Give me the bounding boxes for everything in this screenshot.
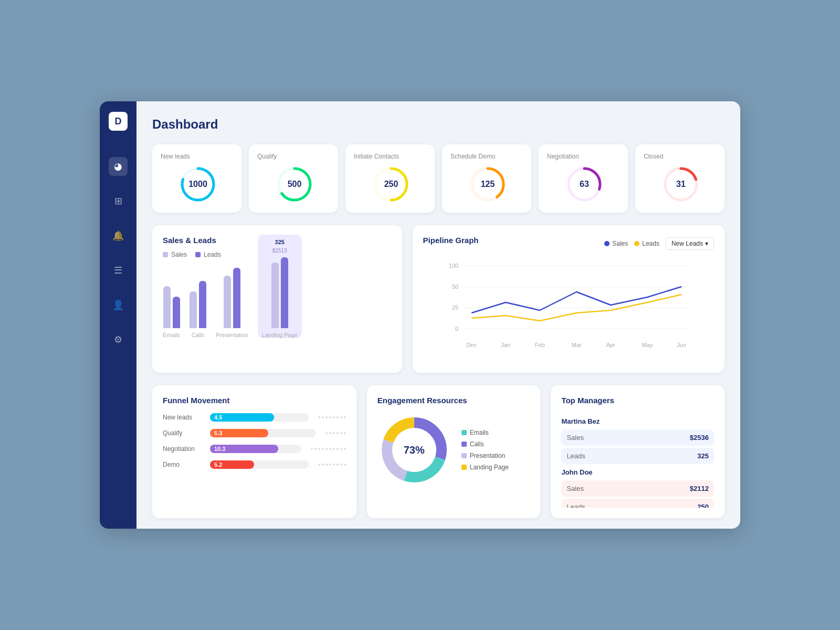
app-wrapper: D ◕ ⊞ 🔔 ☰ 👤 ⚙ Dashboard New leads 1000 Q…	[100, 101, 740, 529]
svg-text:May: May	[642, 342, 653, 348]
funnel-dot	[314, 448, 317, 450]
funnel-dots	[311, 448, 346, 450]
pie-chart-icon[interactable]: ◕	[109, 157, 128, 176]
funnel-dot	[344, 416, 346, 418]
funnel-bar-fill: 5.2	[210, 460, 254, 469]
pipeline-dropdown[interactable]: New Leads ▾	[666, 237, 714, 250]
funnel-dot	[337, 464, 339, 466]
metric-card: New leads 1000	[152, 144, 242, 213]
funnel-title: Funnel Movement	[163, 396, 346, 405]
funnel-dot	[333, 448, 335, 450]
metric-label: Schedule Demo	[450, 153, 495, 160]
funnel-dot	[311, 448, 313, 450]
funnel-dot	[326, 432, 328, 434]
settings-icon[interactable]: ⚙	[109, 330, 128, 349]
bottom-row: Funnel Movement New leads 4.5 Qualify 5.…	[152, 385, 724, 518]
funnel-items: New leads 4.5 Qualify 5.3 Negotiation 10…	[163, 413, 346, 469]
engagement-legend-item: Presentation	[461, 452, 509, 459]
sidebar: D ◕ ⊞ 🔔 ☰ 👤 ⚙	[100, 101, 136, 529]
pipeline-chart: Pipeline Graph Sales Leads New Leads ▾	[413, 225, 724, 373]
metric-value: 250	[384, 180, 398, 189]
ring-container: 31	[663, 166, 699, 202]
metric-ring-area: 250	[354, 166, 428, 202]
funnel-dot	[344, 432, 346, 434]
funnel-dot	[329, 448, 331, 450]
sidebar-logo: D	[109, 112, 128, 131]
bar-group: Presentation	[216, 268, 248, 338]
engagement-dot	[461, 442, 467, 447]
metric-card: Negotiation 63	[539, 144, 628, 213]
dashboard-icon[interactable]: ⊞	[109, 192, 128, 211]
funnel-dot	[344, 448, 346, 450]
engagement-card: Engagement Resources	[367, 385, 541, 518]
funnel-dot	[329, 416, 331, 418]
funnel-bar-fill: 5.3	[210, 429, 268, 437]
metric-card: Qualify 500	[249, 144, 338, 213]
svg-text:50: 50	[452, 284, 458, 290]
manager-row: Sales $2536	[561, 429, 714, 446]
metric-card: Initiate Contacts 250	[345, 144, 435, 213]
managers-list: Martina Bez Sales $2536 Leads 325 John D…	[561, 413, 714, 508]
metric-ring-area: 125	[450, 166, 525, 202]
engagement-legend-item: Landing Page	[461, 464, 509, 471]
legend-dot	[163, 252, 168, 257]
manager-name: Martina Bez	[561, 417, 714, 425]
bar-label: Calls	[192, 332, 204, 338]
manager-row-value: 250	[697, 503, 709, 508]
metric-ring-area: 1000	[161, 166, 235, 202]
svg-text:Mar: Mar	[571, 342, 581, 348]
donut-center-value: 73%	[404, 444, 425, 456]
svg-text:100: 100	[448, 262, 458, 269]
pipeline-title: Pipeline Graph	[423, 236, 479, 245]
funnel-item: New leads 4.5	[163, 413, 346, 422]
manager-row-label: Leads	[566, 503, 585, 508]
funnel-dots	[318, 416, 346, 418]
leads-bar	[281, 257, 288, 328]
bar-group: 325 $2513 Landing Page	[258, 235, 302, 338]
funnel-bar-track: 5.2	[210, 460, 309, 469]
funnel-dot	[340, 432, 342, 434]
funnel-dot	[322, 448, 324, 450]
funnel-dot	[318, 448, 320, 450]
bar-label: Presentation	[216, 332, 248, 338]
funnel-bar-track: 10.3	[210, 445, 301, 453]
svg-text:25: 25	[452, 304, 458, 311]
funnel-dot	[322, 416, 324, 418]
ring-container: 1000	[180, 166, 216, 202]
funnel-item-label: New leads	[163, 414, 205, 421]
ring-container: 125	[470, 166, 506, 202]
engagement-legend-item: Emails	[461, 429, 509, 436]
funnel-item: Negotiation 10.3	[163, 445, 346, 453]
funnel-item-label: Demo	[163, 461, 205, 468]
svg-text:Apr: Apr	[606, 342, 615, 348]
list-icon[interactable]: ☰	[109, 261, 128, 280]
funnel-item: Demo 5.2	[163, 460, 346, 469]
pipeline-legend: Sales Leads	[604, 240, 659, 247]
manager-row: Leads 250	[561, 499, 714, 508]
leads-bar	[199, 281, 206, 328]
metric-label: Initiate Contacts	[354, 153, 399, 160]
user-icon[interactable]: 👤	[109, 296, 128, 314]
metric-ring-area: 31	[644, 166, 718, 202]
bar-group: Calls	[190, 281, 206, 338]
bar-top-value: 325	[275, 239, 285, 245]
funnel-item: Qualify 5.3	[163, 429, 346, 437]
engagement-title: Engagement Resources	[377, 396, 530, 405]
funnel-dots	[318, 464, 346, 466]
funnel-dot	[326, 464, 328, 466]
svg-text:Feb: Feb	[534, 342, 544, 348]
chevron-down-icon: ▾	[705, 240, 708, 247]
pipeline-legend-item: Sales	[604, 240, 628, 247]
manager-name: John Doe	[561, 468, 714, 476]
funnel-dots	[326, 432, 346, 434]
metric-card: Closed 31	[635, 144, 724, 213]
ring-container: 250	[373, 166, 409, 202]
bar-label: Landing Page	[262, 332, 298, 338]
pipeline-dot	[634, 241, 639, 246]
page-title: Dashboard	[152, 117, 724, 132]
bell-icon[interactable]: 🔔	[109, 226, 128, 245]
legend-item: Leads	[195, 251, 221, 258]
metrics-row: New leads 1000 Qualify 500 Initiate Cont…	[152, 144, 724, 213]
pipeline-legend-item: Leads	[634, 240, 659, 247]
funnel-dot	[337, 432, 339, 434]
